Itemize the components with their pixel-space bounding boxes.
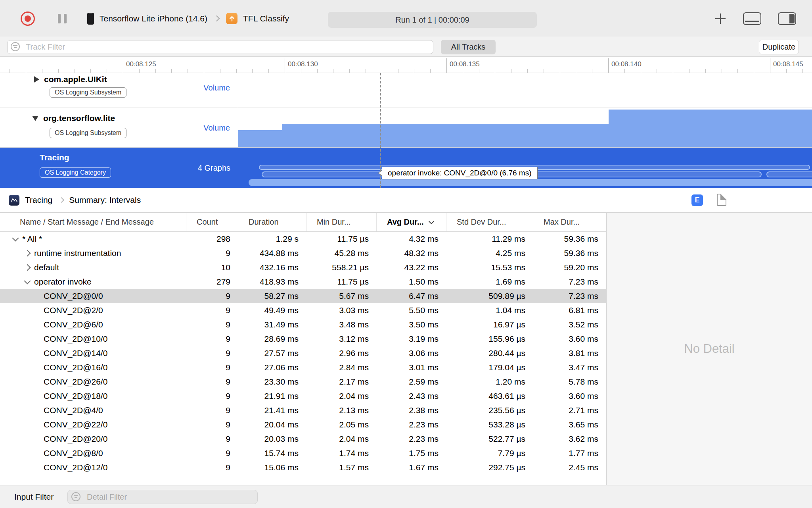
- expanded-detail-button[interactable]: E: [691, 194, 703, 206]
- column-header-max[interactable]: Max Dur...: [533, 213, 606, 231]
- chevron-right-icon[interactable]: [21, 251, 34, 256]
- interval-graph-bar[interactable]: [766, 171, 812, 177]
- track-lane[interactable]: operator invoke: CONV_2D@0/0 (6.76 ms): [238, 148, 812, 188]
- column-header-count[interactable]: Count: [186, 213, 238, 231]
- record-button[interactable]: [21, 12, 35, 26]
- cell-duration: 20.03 ms: [238, 432, 306, 446]
- toggle-bottom-panel-button[interactable]: [743, 12, 761, 25]
- table-row[interactable]: CONV_2D@6/0931.49 ms3.48 ms3.50 ms16.97 …: [0, 318, 606, 332]
- track-filter-input[interactable]: [7, 40, 433, 54]
- cell-count: 9: [186, 418, 238, 432]
- column-header-avg[interactable]: Avg Dur...: [377, 213, 446, 231]
- disclosure-right-icon[interactable]: [34, 76, 39, 83]
- row-label: CONV_2D@16/0: [44, 363, 107, 372]
- document-icon[interactable]: [717, 194, 726, 206]
- track-org-tensorflow-lite[interactable]: org.tensorflow.lite OS Logging Subsystem…: [0, 108, 812, 148]
- column-header-std[interactable]: Std Dev Dur...: [446, 213, 533, 231]
- table-row[interactable]: CONV_2D@22/0920.04 ms2.05 ms2.23 ms533.2…: [0, 418, 606, 432]
- ruler-tick: [204, 69, 204, 73]
- track-lane[interactable]: [238, 73, 812, 108]
- table-row[interactable]: * All *2981.29 s11.75 µs4.32 ms11.29 ms5…: [0, 232, 606, 246]
- table-row[interactable]: CONV_2D@14/0927.57 ms2.96 ms3.06 ms280.4…: [0, 346, 606, 360]
- ruler-tick: [26, 69, 26, 73]
- cell-avg: 2.59 ms: [377, 375, 446, 389]
- volume-chart-segment: [282, 124, 609, 147]
- column-header-min[interactable]: Min Dur...: [306, 213, 377, 231]
- ruler-tick: [268, 69, 269, 73]
- target-name[interactable]: TFL Classify: [243, 14, 289, 23]
- cell-count: 9: [186, 332, 238, 346]
- cell-max: 7.23 ms: [533, 275, 606, 289]
- table-row[interactable]: CONV_2D@18/0921.91 ms2.04 ms2.43 ms463.6…: [0, 389, 606, 403]
- ruler-tick: [463, 69, 463, 73]
- device-target-selector[interactable]: Tensorflow Lite iPhone (14.6) TFL Classi…: [87, 13, 289, 25]
- chevron-down-icon[interactable]: [9, 237, 22, 241]
- column-header-duration[interactable]: Duration: [238, 213, 306, 231]
- breadcrumb-instrument[interactable]: Tracing: [25, 195, 52, 205]
- table-row[interactable]: CONV_2D@26/0923.30 ms2.17 ms2.59 ms1.20 …: [0, 375, 606, 389]
- cell-name: runtime instrumentation: [0, 246, 186, 260]
- volume-chart-segment: [609, 110, 812, 147]
- all-tracks-button[interactable]: All Tracks: [441, 40, 496, 54]
- ruler-tick: [90, 69, 91, 73]
- table-row[interactable]: default10432.16 ms558.21 µs43.22 ms15.53…: [0, 260, 606, 275]
- iphone-icon: [87, 13, 94, 25]
- track-lane[interactable]: [238, 108, 812, 147]
- cell-min: 3.03 ms: [306, 303, 377, 318]
- detail-panel: No Detail: [607, 213, 812, 485]
- chevron-down-icon[interactable]: [21, 280, 34, 283]
- cell-max: 3.52 ms: [533, 318, 606, 332]
- device-name[interactable]: Tensorflow Lite iPhone (14.6): [100, 14, 207, 23]
- ruler-tick: [737, 69, 738, 73]
- detail-filter-input[interactable]: [67, 490, 258, 504]
- row-label: CONV_2D@2/0: [44, 306, 103, 315]
- table-row[interactable]: CONV_2D@20/0920.03 ms2.04 ms2.23 ms522.7…: [0, 432, 606, 446]
- cell-avg: 6.47 ms: [377, 289, 446, 303]
- cell-min: 2.05 ms: [306, 418, 377, 432]
- cell-avg: 48.32 ms: [377, 246, 446, 260]
- table-row[interactable]: runtime instrumentation9434.88 ms45.28 m…: [0, 246, 606, 260]
- cell-duration: 27.06 ms: [238, 360, 306, 375]
- pause-button[interactable]: [58, 14, 67, 23]
- add-instrument-button[interactable]: [714, 13, 726, 25]
- input-filter-label[interactable]: Input Filter: [14, 485, 54, 508]
- table-row[interactable]: CONV_2D@0/0958.27 ms5.67 ms6.47 ms509.89…: [0, 289, 606, 303]
- ruler-tick: [366, 69, 366, 73]
- track-tracing[interactable]: Tracing OS Logging Category 4 Graphs ope…: [0, 148, 812, 188]
- ruler-tick: [576, 69, 576, 73]
- ruler-tick: [641, 69, 641, 73]
- track-header[interactable]: org.tensorflow.lite OS Logging Subsystem…: [0, 108, 238, 147]
- track-com-apple-uikit[interactable]: com.apple.UIKit OS Logging Subsystem Vol…: [0, 73, 812, 108]
- track-header[interactable]: Tracing OS Logging Category 4 Graphs: [0, 148, 238, 188]
- ruler-tick: [333, 69, 333, 73]
- toggle-right-panel-button[interactable]: [778, 12, 796, 25]
- table-row[interactable]: CONV_2D@12/0915.06 ms1.57 ms1.67 ms292.7…: [0, 460, 606, 475]
- interval-graph-bar[interactable]: [249, 179, 812, 186]
- column-header-name[interactable]: Name / Start Message / End Message: [0, 213, 186, 231]
- table-row[interactable]: CONV_2D@10/0928.69 ms3.12 ms3.19 ms155.9…: [0, 332, 606, 346]
- cell-max: 59.36 ms: [533, 246, 606, 260]
- cell-std: 1.69 ms: [446, 275, 533, 289]
- chevron-right-icon[interactable]: [21, 265, 34, 270]
- cell-avg: 2.43 ms: [377, 389, 446, 403]
- table-row[interactable]: CONV_2D@2/0949.49 ms3.03 ms5.50 ms1.04 m…: [0, 303, 606, 318]
- sort-chevron-icon: [429, 218, 434, 224]
- table-row[interactable]: operator invoke279418.93 ms11.75 µs1.50 …: [0, 275, 606, 289]
- table-row[interactable]: CONV_2D@4/0921.41 ms2.13 ms2.38 ms235.56…: [0, 403, 606, 418]
- timeline-ruler[interactable]: 00:08.12500:08.13000:08.13500:08.14000:0…: [0, 57, 812, 73]
- table-row[interactable]: CONV_2D@8/0915.74 ms1.74 ms1.75 ms7.79 µ…: [0, 446, 606, 460]
- duplicate-button[interactable]: Duplicate: [759, 40, 799, 54]
- ruler-major-tick: [446, 58, 447, 73]
- disclosure-down-icon[interactable]: [32, 116, 38, 121]
- breadcrumb-page[interactable]: Summary: Intervals: [69, 195, 141, 205]
- ruler-tick: [317, 69, 318, 73]
- ruler-major-tick: [123, 58, 123, 73]
- row-label: CONV_2D@8/0: [44, 448, 103, 458]
- table-row[interactable]: CONV_2D@16/0927.06 ms2.84 ms3.01 ms179.0…: [0, 360, 606, 375]
- track-filter-bar: All Tracks Duplicate: [0, 37, 812, 57]
- track-header[interactable]: com.apple.UIKit OS Logging Subsystem Vol…: [0, 73, 238, 108]
- cell-min: 1.57 ms: [306, 460, 377, 475]
- cell-std: 179.04 µs: [446, 360, 533, 375]
- ruler-tick: [754, 69, 754, 73]
- ruler-tick: [544, 69, 544, 73]
